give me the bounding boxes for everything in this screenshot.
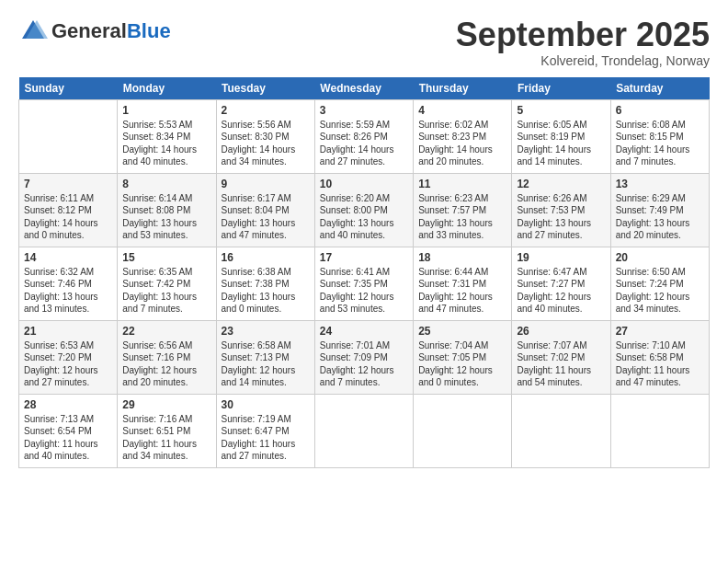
day-info: Sunrise: 6:02 AM Sunset: 8:23 PM Dayligh… <box>418 119 506 168</box>
day-number: 15 <box>122 251 210 264</box>
day-number: 17 <box>320 251 408 264</box>
day-info: Sunrise: 6:32 AM Sunset: 7:46 PM Dayligh… <box>24 266 112 316</box>
day-info: Sunrise: 6:29 AM Sunset: 7:49 PM Dayligh… <box>616 192 704 242</box>
day-cell: 3Sunrise: 5:59 AM Sunset: 8:26 PM Daylig… <box>314 99 413 173</box>
day-cell: 30Sunrise: 7:19 AM Sunset: 6:47 PM Dayli… <box>216 394 314 467</box>
day-cell: 16Sunrise: 6:38 AM Sunset: 7:38 PM Dayli… <box>216 247 314 320</box>
logo: GeneralBlue <box>18 17 171 46</box>
day-info: Sunrise: 6:05 AM Sunset: 8:19 PM Dayligh… <box>517 119 605 168</box>
day-number: 16 <box>222 251 310 264</box>
week-row-5: 28Sunrise: 7:13 AM Sunset: 6:54 PM Dayli… <box>19 394 710 467</box>
day-info: Sunrise: 7:19 AM Sunset: 6:47 PM Dayligh… <box>222 413 310 463</box>
day-number: 6 <box>616 104 704 117</box>
day-number: 12 <box>517 178 605 190</box>
day-info: Sunrise: 6:17 AM Sunset: 8:04 PM Dayligh… <box>222 192 310 242</box>
col-thursday: Thursday <box>414 77 512 100</box>
col-sunday: Sunday <box>19 77 118 100</box>
day-number: 27 <box>616 325 704 338</box>
day-info: Sunrise: 6:35 AM Sunset: 7:42 PM Dayligh… <box>122 266 210 316</box>
day-number: 9 <box>222 178 310 190</box>
day-info: Sunrise: 6:08 AM Sunset: 8:15 PM Dayligh… <box>616 119 704 168</box>
day-number: 26 <box>517 325 605 338</box>
day-cell: 29Sunrise: 7:16 AM Sunset: 6:51 PM Dayli… <box>118 394 216 467</box>
col-wednesday: Wednesday <box>314 77 413 100</box>
page: GeneralBlue September 2025 Kolvereid, Tr… <box>0 0 728 477</box>
day-cell: 21Sunrise: 6:53 AM Sunset: 7:20 PM Dayli… <box>19 320 118 394</box>
day-info: Sunrise: 5:56 AM Sunset: 8:30 PM Dayligh… <box>222 119 310 168</box>
day-info: Sunrise: 6:56 AM Sunset: 7:16 PM Dayligh… <box>122 339 210 389</box>
day-number: 20 <box>616 251 704 264</box>
day-number: 30 <box>222 398 310 411</box>
week-row-3: 14Sunrise: 6:32 AM Sunset: 7:46 PM Dayli… <box>19 247 710 320</box>
month-title: September 2025 <box>456 17 710 53</box>
day-cell <box>414 394 512 467</box>
day-cell: 19Sunrise: 6:47 AM Sunset: 7:27 PM Dayli… <box>512 247 610 320</box>
day-number: 10 <box>320 178 408 190</box>
day-number: 23 <box>222 325 310 338</box>
day-number: 29 <box>122 398 210 411</box>
day-cell: 23Sunrise: 6:58 AM Sunset: 7:13 PM Dayli… <box>216 320 314 394</box>
day-cell: 20Sunrise: 6:50 AM Sunset: 7:24 PM Dayli… <box>610 247 709 320</box>
day-cell: 2Sunrise: 5:56 AM Sunset: 8:30 PM Daylig… <box>216 99 314 173</box>
day-info: Sunrise: 7:16 AM Sunset: 6:51 PM Dayligh… <box>122 413 210 463</box>
day-info: Sunrise: 6:26 AM Sunset: 7:53 PM Dayligh… <box>517 192 605 242</box>
header-area: GeneralBlue September 2025 Kolvereid, Tr… <box>18 17 710 68</box>
day-cell: 8Sunrise: 6:14 AM Sunset: 8:08 PM Daylig… <box>118 173 216 247</box>
day-number: 5 <box>517 104 605 117</box>
day-number: 24 <box>320 325 408 338</box>
day-cell: 12Sunrise: 6:26 AM Sunset: 7:53 PM Dayli… <box>512 173 610 247</box>
day-info: Sunrise: 6:58 AM Sunset: 7:13 PM Dayligh… <box>222 339 310 389</box>
day-info: Sunrise: 6:47 AM Sunset: 7:27 PM Dayligh… <box>517 266 605 316</box>
day-cell: 10Sunrise: 6:20 AM Sunset: 8:00 PM Dayli… <box>314 173 413 247</box>
day-cell: 5Sunrise: 6:05 AM Sunset: 8:19 PM Daylig… <box>512 99 610 173</box>
calendar-body: 1Sunrise: 5:53 AM Sunset: 8:34 PM Daylig… <box>19 99 710 467</box>
day-info: Sunrise: 6:50 AM Sunset: 7:24 PM Dayligh… <box>616 266 704 316</box>
day-number: 3 <box>320 104 408 117</box>
day-cell: 24Sunrise: 7:01 AM Sunset: 7:09 PM Dayli… <box>314 320 413 394</box>
day-cell: 9Sunrise: 6:17 AM Sunset: 8:04 PM Daylig… <box>216 173 314 247</box>
logo-text: GeneralBlue <box>51 21 171 41</box>
day-number: 28 <box>24 398 112 411</box>
calendar-table: Sunday Monday Tuesday Wednesday Thursday… <box>18 77 710 468</box>
week-row-1: 1Sunrise: 5:53 AM Sunset: 8:34 PM Daylig… <box>19 99 710 173</box>
day-number: 4 <box>418 104 506 117</box>
day-cell: 13Sunrise: 6:29 AM Sunset: 7:49 PM Dayli… <box>610 173 709 247</box>
day-cell: 17Sunrise: 6:41 AM Sunset: 7:35 PM Dayli… <box>314 247 413 320</box>
day-cell: 7Sunrise: 6:11 AM Sunset: 8:12 PM Daylig… <box>19 173 118 247</box>
day-number: 13 <box>616 178 704 190</box>
logo-general: General <box>51 19 127 42</box>
day-number: 21 <box>24 325 112 338</box>
day-cell <box>610 394 709 467</box>
day-number: 19 <box>517 251 605 264</box>
day-number: 14 <box>24 251 112 264</box>
day-cell: 18Sunrise: 6:44 AM Sunset: 7:31 PM Dayli… <box>414 247 512 320</box>
day-info: Sunrise: 6:14 AM Sunset: 8:08 PM Dayligh… <box>122 192 210 242</box>
day-number: 1 <box>122 104 210 117</box>
day-cell: 26Sunrise: 7:07 AM Sunset: 7:02 PM Dayli… <box>512 320 610 394</box>
day-number: 2 <box>222 104 310 117</box>
day-info: Sunrise: 7:13 AM Sunset: 6:54 PM Dayligh… <box>24 413 112 463</box>
day-cell: 27Sunrise: 7:10 AM Sunset: 6:58 PM Dayli… <box>610 320 709 394</box>
day-cell: 22Sunrise: 6:56 AM Sunset: 7:16 PM Dayli… <box>118 320 216 394</box>
day-number: 25 <box>418 325 506 338</box>
day-info: Sunrise: 6:11 AM Sunset: 8:12 PM Dayligh… <box>24 192 112 242</box>
day-cell <box>512 394 610 467</box>
day-cell: 15Sunrise: 6:35 AM Sunset: 7:42 PM Dayli… <box>118 247 216 320</box>
col-monday: Monday <box>118 77 216 100</box>
day-cell <box>19 99 118 173</box>
day-number: 22 <box>122 325 210 338</box>
day-cell <box>314 394 413 467</box>
day-info: Sunrise: 7:04 AM Sunset: 7:05 PM Dayligh… <box>418 339 506 389</box>
week-row-2: 7Sunrise: 6:11 AM Sunset: 8:12 PM Daylig… <box>19 173 710 247</box>
col-saturday: Saturday <box>610 77 709 100</box>
day-info: Sunrise: 5:59 AM Sunset: 8:26 PM Dayligh… <box>320 119 408 168</box>
col-tuesday: Tuesday <box>216 77 314 100</box>
day-info: Sunrise: 7:01 AM Sunset: 7:09 PM Dayligh… <box>320 339 408 389</box>
day-cell: 14Sunrise: 6:32 AM Sunset: 7:46 PM Dayli… <box>19 247 118 320</box>
day-cell: 11Sunrise: 6:23 AM Sunset: 7:57 PM Dayli… <box>414 173 512 247</box>
day-info: Sunrise: 7:07 AM Sunset: 7:02 PM Dayligh… <box>517 339 605 389</box>
location-subtitle: Kolvereid, Trondelag, Norway <box>456 53 710 68</box>
day-cell: 6Sunrise: 6:08 AM Sunset: 8:15 PM Daylig… <box>610 99 709 173</box>
day-info: Sunrise: 6:41 AM Sunset: 7:35 PM Dayligh… <box>320 266 408 316</box>
day-info: Sunrise: 6:53 AM Sunset: 7:20 PM Dayligh… <box>24 339 112 389</box>
